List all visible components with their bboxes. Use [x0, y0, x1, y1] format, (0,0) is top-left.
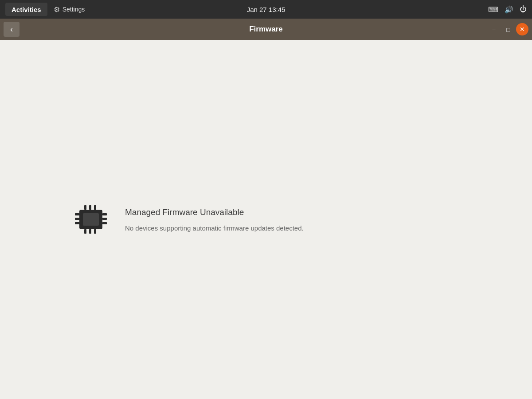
window-titlebar: ‹ Firmware – ◻ ✕ [0, 19, 532, 40]
main-content: Managed Firmware Unavailable No devices … [0, 40, 532, 399]
system-topbar: Activities ⚙ Settings Jan 27 13:45 ⌨ 🔊 ⏻ [0, 0, 532, 19]
svg-rect-13 [94, 205, 96, 210]
topbar-right: ⌨ 🔊 ⏻ [488, 5, 527, 14]
titlebar-left: ‹ [4, 22, 20, 37]
svg-rect-11 [84, 205, 86, 210]
window-controls: – ◻ ✕ [488, 23, 528, 35]
maximize-button[interactable]: ◻ [502, 23, 514, 35]
keyboard-icon[interactable]: ⌨ [488, 5, 498, 14]
close-icon: ✕ [520, 26, 525, 33]
back-button[interactable]: ‹ [4, 22, 20, 37]
activities-label: Activities [12, 6, 41, 13]
firmware-unavailable-title: Managed Firmware Unavailable [125, 207, 304, 217]
topbar-datetime: Jan 27 13:45 [247, 0, 286, 19]
maximize-icon: ◻ [506, 26, 511, 33]
topbar-left: Activities ⚙ Settings [5, 3, 89, 16]
firmware-chip-icon [73, 202, 109, 237]
window-title: Firmware [249, 19, 283, 40]
firmware-icon-container [71, 202, 111, 237]
close-button[interactable]: ✕ [516, 23, 528, 35]
svg-rect-9 [89, 229, 91, 234]
gear-icon: ⚙ [54, 5, 60, 14]
svg-rect-4 [75, 222, 79, 224]
svg-rect-7 [102, 222, 107, 224]
firmware-unavailable-desc: No devices supporting automatic firmware… [125, 224, 304, 232]
svg-rect-2 [75, 213, 79, 215]
empty-state: Managed Firmware Unavailable No devices … [71, 202, 304, 237]
svg-rect-3 [75, 218, 79, 220]
settings-button[interactable]: ⚙ Settings [49, 3, 90, 16]
svg-rect-5 [102, 213, 107, 215]
svg-rect-10 [94, 229, 96, 234]
svg-rect-8 [84, 229, 86, 234]
back-icon: ‹ [10, 25, 13, 34]
firmware-text: Managed Firmware Unavailable No devices … [125, 207, 304, 232]
volume-icon[interactable]: 🔊 [505, 5, 513, 14]
svg-rect-12 [89, 205, 91, 210]
activities-button[interactable]: Activities [5, 3, 47, 16]
settings-label: Settings [63, 6, 85, 13]
svg-rect-6 [102, 218, 107, 220]
power-icon[interactable]: ⏻ [520, 5, 527, 13]
minimize-button[interactable]: – [488, 23, 500, 35]
svg-rect-1 [83, 213, 99, 226]
minimize-icon: – [492, 26, 495, 33]
